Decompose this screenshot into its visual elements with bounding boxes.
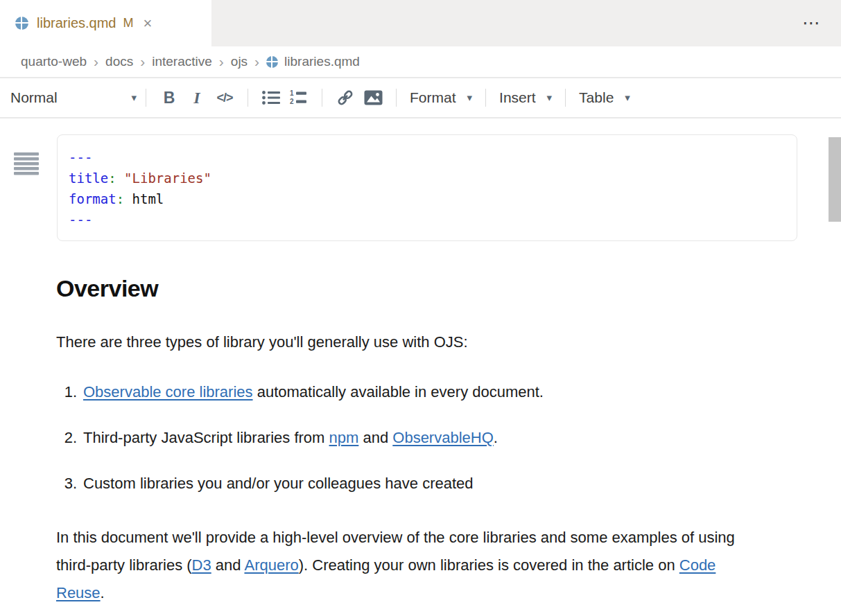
chevron-down-icon: ▾ (547, 91, 553, 104)
editor-toolbar: Normal ▾ B I </> 1 2 (0, 78, 841, 118)
tab-title: libraries.qmd (37, 15, 116, 31)
text-run: automatically available in every documen… (253, 383, 544, 401)
text-run: and (211, 556, 245, 574)
chevron-right-icon: › (254, 53, 259, 70)
insert-menu-label: Insert (499, 89, 536, 106)
breadcrumb-file[interactable]: libraries.qmd (266, 54, 360, 69)
doc-link[interactable]: Observable core libraries (83, 383, 253, 401)
list-item: 1. Observable core libraries automatical… (56, 381, 758, 403)
library-types-list: 1. Observable core libraries automatical… (56, 381, 758, 495)
bold-button[interactable]: B (155, 84, 183, 112)
toolbar-divider (565, 89, 566, 107)
yaml-front-matter-block[interactable]: --- title: "Libraries" format: html --- (57, 134, 797, 241)
paragraph-style-dropdown[interactable]: Normal ▾ (10, 89, 137, 106)
bullet-list-icon (261, 89, 281, 106)
breadcrumb: quarto-web › docs › interactive › ojs › … (0, 46, 841, 78)
italic-button[interactable]: I (183, 84, 211, 112)
list-number: 2. (56, 427, 77, 449)
yaml-line: --- (69, 147, 786, 168)
paragraph-style-value: Normal (10, 89, 58, 106)
editor-canvas[interactable]: --- title: "Libraries" format: html --- … (0, 134, 841, 616)
image-button[interactable] (359, 84, 387, 112)
insert-menu[interactable]: Insert ▾ (495, 89, 556, 106)
yaml-line: --- (69, 209, 786, 230)
format-menu[interactable]: Format ▾ (406, 89, 476, 106)
text-run: and (358, 429, 392, 446)
tab-bar: libraries.qmd M × ⋯ (0, 0, 841, 46)
text-run: Custom libraries you and/or your colleag… (83, 475, 474, 492)
close-icon[interactable]: × (143, 16, 152, 31)
doc-link[interactable]: npm (329, 429, 359, 446)
list-item: 3. Custom libraries you and/or your coll… (56, 473, 758, 495)
tab-libraries-qmd[interactable]: libraries.qmd M × (0, 0, 211, 46)
list-number: 3. (56, 473, 77, 495)
link-button[interactable] (331, 84, 359, 112)
link-icon (336, 89, 354, 107)
quarto-file-icon (266, 56, 278, 68)
toolbar-divider (322, 89, 322, 107)
toolbar-divider (248, 89, 248, 107)
toolbar-divider (396, 89, 397, 107)
yaml-line: format: html (69, 188, 786, 209)
breadcrumb-docs[interactable]: docs (105, 54, 133, 69)
list-item-text: Third-party JavaScript libraries from np… (83, 427, 498, 449)
breadcrumb-quarto-web[interactable]: quarto-web (21, 54, 87, 69)
table-menu-label: Table (579, 89, 614, 106)
git-modified-badge: M (123, 16, 133, 30)
outline-toggle-button[interactable] (14, 152, 39, 178)
intro-paragraph: There are three types of library you'll … (56, 333, 758, 351)
list-item: 2. Third-party JavaScript libraries from… (56, 427, 758, 449)
heading-overview: Overview (56, 275, 758, 302)
toolbar-divider (146, 89, 146, 107)
svg-text:2: 2 (290, 98, 294, 105)
format-menu-label: Format (410, 89, 456, 106)
toolbar-divider (485, 89, 486, 107)
doc-link[interactable]: D3 (192, 556, 211, 574)
bullet-list-button[interactable] (257, 84, 285, 112)
chevron-down-icon: ▾ (625, 91, 630, 104)
numbered-list-button[interactable]: 1 2 (285, 84, 313, 112)
more-actions-icon[interactable]: ⋯ (802, 12, 822, 34)
chevron-down-icon: ▾ (131, 91, 137, 104)
table-menu[interactable]: Table ▾ (575, 89, 634, 106)
text-run: . (101, 584, 105, 601)
text-run: Third-party JavaScript libraries from (83, 429, 329, 446)
list-item-text: Observable core libraries automatically … (83, 381, 544, 403)
svg-text:1: 1 (290, 89, 294, 97)
list-item-text: Custom libraries you and/or your colleag… (83, 473, 474, 495)
chevron-down-icon: ▾ (467, 91, 473, 104)
doc-link[interactable]: ObservableHQ (392, 429, 494, 446)
numbered-list-icon: 1 2 (289, 89, 309, 106)
closing-paragraph: In this document we'll provide a high-le… (56, 524, 756, 607)
chevron-right-icon: › (140, 53, 145, 70)
breadcrumb-ojs[interactable]: ojs (231, 54, 248, 69)
breadcrumb-interactive[interactable]: interactive (152, 54, 212, 69)
text-run: . (494, 429, 498, 446)
image-icon (364, 90, 383, 105)
code-button[interactable]: </> (211, 84, 239, 112)
doc-link[interactable]: Arquero (244, 556, 298, 574)
quarto-file-icon (15, 17, 28, 30)
text-run: ). Creating your own libraries is covere… (299, 556, 679, 574)
chevron-right-icon: › (219, 53, 224, 70)
outline-icon (14, 152, 39, 175)
chevron-right-icon: › (94, 53, 98, 70)
vertical-scrollbar-thumb[interactable] (829, 137, 841, 222)
list-number: 1. (56, 381, 77, 403)
breadcrumb-file-label: libraries.qmd (284, 54, 360, 69)
document-body[interactable]: Overview There are three types of librar… (0, 275, 841, 607)
yaml-line: title: "Libraries" (69, 168, 786, 188)
